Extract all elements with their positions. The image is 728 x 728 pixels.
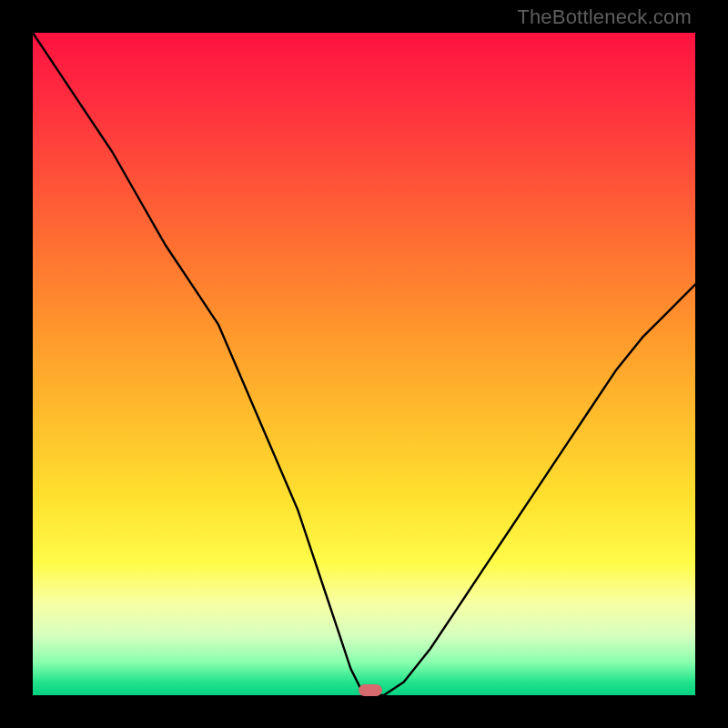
chart-frame: TheBottleneck.com — [0, 0, 728, 728]
optimal-marker — [359, 684, 382, 696]
bottleneck-curve — [33, 33, 695, 695]
plot-area — [33, 33, 695, 695]
watermark-text: TheBottleneck.com — [517, 5, 692, 29]
